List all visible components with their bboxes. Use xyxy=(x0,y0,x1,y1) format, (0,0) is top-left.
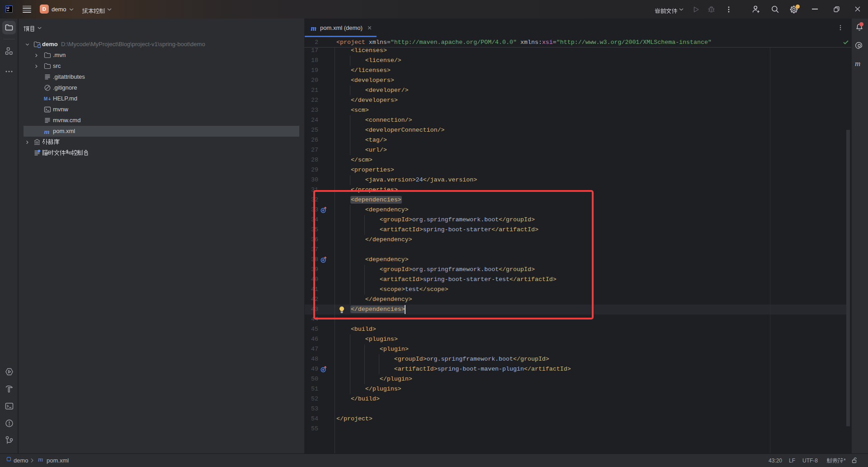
svg-text:m: m xyxy=(38,455,43,463)
svg-text:m: m xyxy=(311,24,316,32)
svg-text:M: M xyxy=(44,96,47,101)
svg-text:m: m xyxy=(855,59,860,68)
svg-text:m: m xyxy=(44,128,50,135)
